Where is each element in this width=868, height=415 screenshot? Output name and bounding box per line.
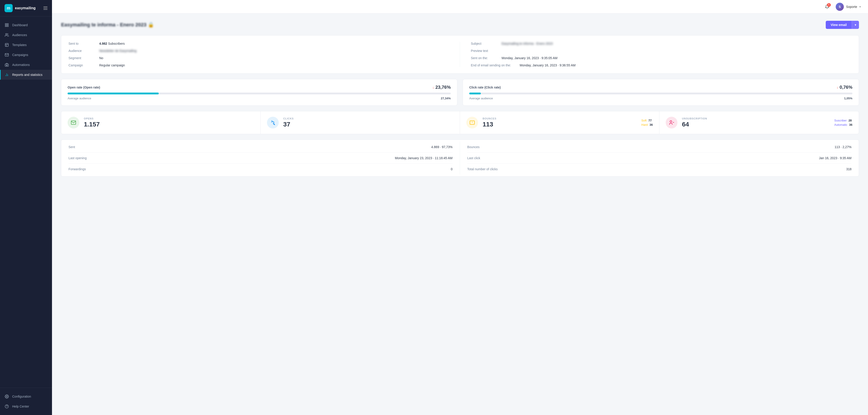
sidebar-item-label: Dashboard: [12, 23, 28, 27]
sidebar-item-label: Help Center: [12, 405, 29, 408]
open-rate-card: Open rate (Open rate) ↓ 23,76% Average a…: [61, 79, 457, 106]
open-rate-avg: Average audience 27,34%: [68, 97, 451, 100]
segment-value: No: [99, 56, 103, 60]
open-rate-avg-value: 27,34%: [441, 97, 451, 100]
segment-label: Segment: [68, 56, 96, 60]
unsubscription-body: UNSUBSCRIPTION 64: [682, 117, 707, 128]
audience-value: Newsletter de Easymailing: [99, 49, 136, 53]
info-row-campaign: Campaign Regular campaign: [68, 64, 449, 67]
svg-rect-6: [5, 64, 8, 66]
bottom-row-last-opening: Last opening Monday, January 23, 2023 · …: [68, 152, 453, 164]
view-email-dropdown-button[interactable]: ▾: [852, 21, 859, 29]
bottom-stats-grid: Sent 4.869 · 97,73% Last opening Monday,…: [61, 142, 859, 175]
total-clicks-label: Total number of clicks: [467, 167, 498, 171]
open-rate-down-icon: ↓: [432, 85, 434, 89]
logo-icon: m: [4, 4, 13, 12]
total-clicks-value: 318: [846, 167, 851, 171]
opens-value: 1.157: [84, 121, 100, 128]
last-click-value: Jan 16, 2023 · 9:35 AM: [819, 156, 851, 160]
bounces-stat-value: 113 · 2,27%: [835, 145, 851, 149]
campaign-value: Regular campaign: [99, 64, 125, 67]
layout-icon: [4, 43, 9, 47]
hard-bounce-value: 36: [650, 123, 653, 127]
info-row-preview: Preview text: [471, 49, 851, 53]
unsubscription-icon: [666, 117, 677, 129]
svg-rect-2: [7, 26, 8, 27]
svg-rect-1: [7, 24, 8, 25]
page-header: Easymailing te informa - Enero 2023 🔒 Vi…: [61, 21, 859, 29]
open-rate-number: 23,76%: [435, 85, 451, 90]
opens-icon: [68, 117, 79, 129]
subscriber-label[interactable]: Suscriber: [834, 119, 847, 122]
open-rate-title: Open rate (Open rate): [68, 85, 100, 89]
automatic-label[interactable]: Automatic: [834, 123, 847, 127]
hard-bounce-row: Hard 36: [641, 123, 653, 127]
bottom-row-last-click: Last click Jan 16, 2023 · 9:35 AM: [467, 152, 851, 164]
svg-rect-3: [5, 26, 6, 27]
forwardings-label: Forwardings: [68, 167, 86, 171]
info-row-audience: Audience Newsletter de Easymailing: [68, 49, 449, 53]
sidebar-item-label: Reports and statistics: [12, 73, 42, 76]
bounces-icon: [466, 117, 478, 129]
sidebar-item-campaigns[interactable]: Campaigns: [0, 50, 52, 60]
mail-icon: [4, 53, 9, 57]
unsubscription-sub: Suscriber 28 Automatic 36: [834, 119, 852, 127]
sent-value: 4.869 · 97,73%: [431, 145, 453, 149]
info-row-subject: Subject Easymailing te informa - Enero 2…: [471, 42, 851, 45]
stat-card-unsubscription: UNSUBSCRIPTION 64 Suscriber 28 Automatic…: [659, 111, 859, 134]
open-rate-value: ↓ 23,76%: [432, 85, 451, 90]
stat-card-clicks: CLICKS 37: [260, 111, 460, 134]
hard-bounce-label[interactable]: Hard: [641, 123, 648, 127]
info-row-segment: Segment No: [68, 56, 449, 60]
bounces-value: 113: [483, 121, 496, 128]
click-rate-value: ↓ 0,76%: [837, 85, 852, 90]
automatic-value: 36: [849, 123, 852, 127]
info-row-sent-to: Sent to 4.982 Subscribers: [68, 42, 449, 45]
menu-toggle[interactable]: [43, 6, 48, 10]
sent-to-value: 4.982 Subscribers: [99, 42, 125, 45]
clicks-icon: [267, 117, 279, 129]
sidebar-item-audiences[interactable]: Audiences: [0, 30, 52, 40]
user-name: Soporte: [846, 5, 857, 8]
sidebar-item-reports[interactable]: Reports and statistics: [0, 70, 52, 80]
user-menu[interactable]: S Soporte ▾: [836, 3, 861, 11]
notifications-button[interactable]: 5: [823, 3, 831, 11]
last-opening-value: Monday, January 23, 2023 · 11:16:45 AM: [395, 156, 453, 160]
info-row-sent-on: Sent on the: Monday, January 16, 2023 · …: [471, 56, 851, 60]
sidebar-item-dashboard[interactable]: Dashboard: [0, 20, 52, 30]
clicks-label: CLICKS: [283, 117, 293, 120]
clicks-value: 37: [283, 121, 293, 128]
sidebar-item-label: Automations: [12, 63, 30, 67]
subscriber-value: 28: [848, 119, 852, 122]
page-title: Easymailing te informa - Enero 2023 🔒: [61, 22, 154, 28]
bottom-row-bounces: Bounces 113 · 2,27%: [467, 142, 851, 152]
bottom-col-left: Sent 4.869 · 97,73% Last opening Monday,…: [61, 142, 460, 175]
last-click-label: Last click: [467, 156, 480, 160]
sidebar-item-templates[interactable]: Templates: [0, 40, 52, 50]
unsubscription-label: UNSUBSCRIPTION: [682, 117, 707, 120]
sidebar-item-help[interactable]: Help Center: [0, 402, 52, 411]
preview-text-label: Preview text: [471, 49, 498, 53]
sidebar-item-label: Campaigns: [12, 53, 28, 57]
sidebar-item-label: Configuration: [12, 395, 31, 398]
bounces-stat-label: Bounces: [467, 145, 479, 149]
svg-rect-0: [5, 24, 6, 25]
view-email-button[interactable]: View email: [826, 21, 852, 29]
sidebar: m easymailing Dashboard Audiences Templa…: [0, 0, 52, 415]
campaign-label: Campaign: [68, 64, 96, 67]
click-rate-card: Click rate (Click rate) ↓ 0,76% Average …: [463, 79, 859, 106]
sidebar-logo: m easymailing: [0, 0, 52, 16]
sidebar-bottom: Configuration Help Center: [0, 388, 52, 415]
automatic-row: Automatic 36: [834, 123, 852, 127]
svg-point-17: [670, 120, 672, 123]
sidebar-item-automations[interactable]: Automations: [0, 60, 52, 70]
soft-bounce-label[interactable]: Soft: [641, 119, 647, 122]
stat-card-bounces: BOUNCES 113 Soft 77 Hard 36: [460, 111, 659, 134]
bottom-row-total-clicks: Total number of clicks 318: [467, 164, 851, 175]
app-name: easymailing: [15, 6, 36, 10]
sidebar-item-label: Audiences: [12, 33, 27, 37]
open-rate-progress-bg: [68, 93, 451, 94]
sidebar-item-configuration[interactable]: Configuration: [0, 391, 52, 402]
click-rate-avg-label: Average audience: [469, 97, 493, 100]
bounces-body: BOUNCES 113: [483, 117, 496, 128]
